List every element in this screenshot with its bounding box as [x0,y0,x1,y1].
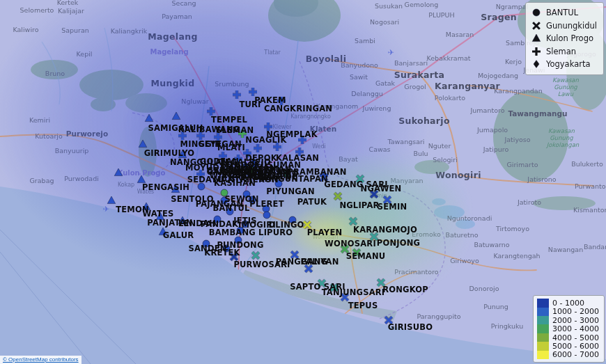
osm-attribution-link[interactable]: © OpenStreetMap contributors [3,356,79,363]
district-label-ngemplak: NGEMPLAK [266,129,318,139]
district-label-wonosari: WONOSARI [325,239,376,248]
color-range-legend: 0 - 10001000 - 20002000 - 30003000 - 400… [533,295,605,363]
color-range-label: 1000 - 2000 [552,307,599,316]
district-label-playen: PLAYEN [307,228,343,237]
color-range-label: 6000 - 7000 [552,350,599,359]
district-label-ponjong: PONJONG [377,238,420,248]
district-label-piyungan: PIYUNGAN [266,187,315,196]
color-range-label: 3000 - 4000 [552,324,599,333]
district-label-cangkringan: CANGKRINGAN [264,104,332,113]
district-label-tempel: TEMPEL [211,115,247,125]
district-label-mlati: MLATI [217,143,245,152]
district-label-ngawen: NGAWEN [361,184,402,193]
district-label-pleret: PLERET [249,199,283,209]
color-legend-row-2000-3000: 2000 - 3000 [537,316,599,324]
color-range-label: 4000 - 5000 [552,333,599,342]
color-legend-row-3000-4000: 3000 - 4000 [537,324,599,333]
district-label-girimulyo: GIRIMULYO [144,148,195,158]
district-label-bambang-lipuro: BAMBANG LIPURO [209,228,293,237]
district-label-purwosari: PURWOSARI [233,260,290,269]
district-label-tanjungsari: TANJUNGSARI [322,287,385,297]
x-legend-icon [531,21,541,31]
district-label-kretek: KRETEK [204,248,240,258]
district-label-mantrijeron: MANTRIJERON [213,175,279,184]
legend-color-swatch [537,333,549,342]
district-label-patuk: PATUK [297,197,327,207]
legend-color-swatch [537,351,549,359]
legend-item-label: Gunungkidul [546,21,597,31]
legend-item-yogyakarta: Yogyakarta [531,58,597,71]
legend-item-sleman: Sleman [531,45,597,58]
color-range-label: 5000 - 6000 [552,342,599,351]
district-label-galur: GALUR [163,230,194,240]
legend-item-kulon-progo: Kulon Progo [531,32,597,45]
legend-item-label: Kulon Progo [546,33,593,43]
map-canvas[interactable]: KertekSecangSelomertoKalijajarPayamanKal… [0,0,606,364]
legend-item-gunungkidul: Gunungkidul [531,19,597,33]
legend-color-swatch [537,324,549,333]
district-label-wates: WATES [142,209,173,219]
district-label-rongkop: RONGKOP [382,285,428,294]
legend-item-label: Sleman [546,47,576,56]
legend-color-swatch [537,316,549,324]
district-label-karangmojo: KARANGMOJO [353,225,417,235]
district-label-bantul: BANTUL [212,203,249,213]
circle-legend-icon [531,8,541,17]
triangle-legend-icon [531,33,541,43]
legend-color-swatch [537,299,549,307]
district-label-semanu: SEMANU [346,251,386,261]
color-range-label: 0 - 1000 [552,299,584,308]
marker-legend: BANTULGunungkidulKulon ProgoSlemanYogyak… [525,2,604,75]
legend-color-swatch [537,342,549,350]
plus-legend-icon [531,47,541,56]
color-legend-row-0-1000: 0 - 1000 [537,299,599,307]
district-label-pengasih: PENGASIH [142,182,189,192]
legend-color-swatch [537,308,549,316]
district-label-tepus: TEPUS [348,301,378,310]
color-legend-row-4000-5000: 4000 - 5000 [537,333,599,342]
district-label-nglipar: NGLIPAR [339,200,379,210]
attribution-bar: © OpenStreetMap contributors [0,356,81,364]
legend-item-label: BANTUL [546,8,578,17]
legend-item-bantul: BANTUL [531,6,597,19]
district-label-girisubo: GIRISUBO [388,322,433,332]
color-legend-row-6000-7000: 6000 - 7000 [537,351,599,359]
district-label-semin: SEMIN [378,202,407,212]
district-label-paliyan: PALIYAN [300,257,339,267]
diamond-legend-icon [531,59,541,69]
color-legend-row-5000-6000: 5000 - 6000 [537,342,599,350]
color-range-label: 2000 - 3000 [552,316,599,325]
district-labels-layer: TURIPAKEMCANGKRINGANTEMPELSLEMANNGAGLIKN… [0,0,606,364]
legend-item-label: Yogyakarta [546,59,590,69]
color-legend-row-1000-2000: 1000 - 2000 [537,308,599,316]
district-label-kalibawang: KALIBAWANG [178,125,240,134]
